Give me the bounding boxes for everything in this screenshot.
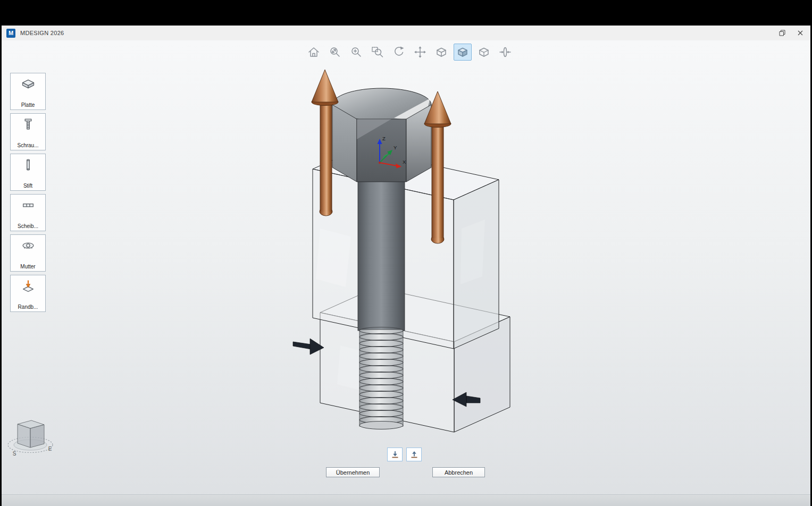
sidebar-item-label: Platte <box>21 102 35 108</box>
arrow-down-icon <box>390 450 400 459</box>
window-title: MDESIGN 2026 <box>20 30 64 36</box>
restore-window-button[interactable] <box>777 28 787 38</box>
component-sidebar: Platte Schrau... Stift Scheib <box>10 73 46 312</box>
close-window-button[interactable] <box>796 28 805 38</box>
view-cube-button[interactable] <box>432 44 450 61</box>
pin-icon <box>20 157 36 172</box>
view-wireframe-button[interactable] <box>475 44 493 61</box>
app-logo: M <box>6 29 15 38</box>
nut-icon <box>20 238 36 253</box>
home-icon <box>307 45 321 59</box>
arrow-up-button[interactable] <box>406 448 422 461</box>
sidebar-item-platte[interactable]: Platte <box>10 73 46 110</box>
cancel-button[interactable]: Abbrechen <box>432 467 485 477</box>
zoom-window-button[interactable] <box>369 44 387 61</box>
pan-button[interactable] <box>411 44 429 61</box>
sidebar-item-schraube[interactable]: Schrau... <box>10 113 46 150</box>
sidebar-item-label: Randb... <box>18 304 38 310</box>
zoom-window-icon <box>371 45 384 59</box>
boundary-condition-icon <box>20 279 36 293</box>
close-icon <box>797 30 803 36</box>
orbit-button[interactable] <box>390 44 408 61</box>
section-button[interactable] <box>496 44 514 61</box>
sidebar-item-randbedingung[interactable]: Randb... <box>10 275 46 312</box>
orbit-icon <box>392 45 406 59</box>
screw-icon <box>20 117 36 132</box>
app-window: M MDESIGN 2026 <box>2 26 810 506</box>
zoom-in-button[interactable] <box>347 44 365 61</box>
zoom-in-icon <box>349 45 363 59</box>
sidebar-item-label: Scheib... <box>18 223 38 229</box>
sidebar-item-mutter[interactable]: Mutter <box>10 234 46 272</box>
plate-icon <box>20 77 36 91</box>
arrow-up-icon <box>409 450 419 459</box>
cube-icon <box>434 45 448 59</box>
washer-icon <box>20 198 36 213</box>
sidebar-item-label: Mutter <box>20 264 35 269</box>
screen: { "window": { "title": "MDESIGN 2026", "… <box>0 0 812 506</box>
sidebar-item-stift[interactable]: Stift <box>10 154 46 191</box>
shaded-cube-icon <box>456 45 470 59</box>
viewport-3d[interactable] <box>2 40 810 506</box>
wireframe-cube-icon <box>477 45 491 59</box>
view-toolbar <box>305 44 514 61</box>
zoom-extents-button[interactable] <box>326 44 344 61</box>
pan-icon <box>413 45 427 59</box>
section-icon <box>498 45 512 59</box>
sidebar-item-label: Schrau... <box>17 142 38 148</box>
apply-button[interactable]: Übernehmen <box>326 467 380 477</box>
sidebar-item-label: Stift <box>23 183 32 189</box>
footer-strip <box>2 494 810 506</box>
view-shaded-button[interactable] <box>454 44 472 61</box>
title-bar: M MDESIGN 2026 <box>2 26 810 41</box>
restore-icon <box>779 30 785 36</box>
home-button[interactable] <box>305 44 323 61</box>
sidebar-item-scheibe[interactable]: Scheib... <box>10 194 46 231</box>
zoom-extents-icon <box>328 45 342 59</box>
arrow-down-button[interactable] <box>387 448 403 461</box>
